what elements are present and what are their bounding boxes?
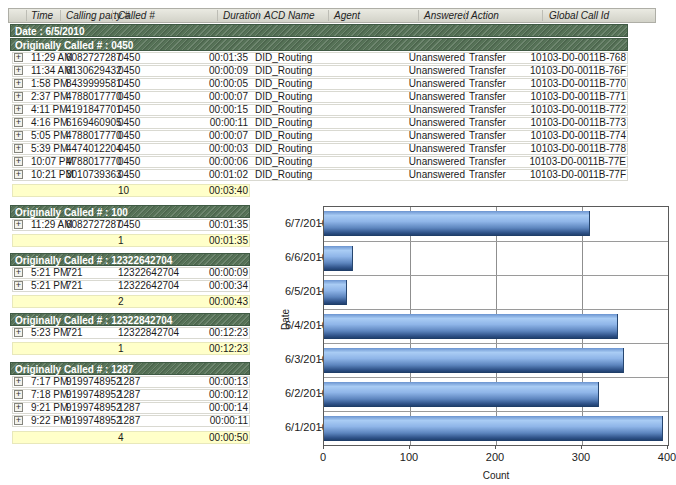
group-band: Originally Called # : 12322642704 — [10, 253, 250, 266]
chart-bar — [324, 246, 353, 271]
cell-time: 5:23 PM — [31, 328, 68, 338]
cell-answered: Unanswered — [398, 118, 465, 128]
cell-action: Transfer — [469, 66, 506, 76]
cell-action: Transfer — [469, 79, 506, 89]
cell-action: Transfer — [469, 53, 506, 63]
expand-icon[interactable]: + — [14, 66, 23, 75]
cell-time: 4:11 PM — [31, 105, 68, 115]
cell-calling-party: 9199748952 — [66, 416, 122, 426]
expand-icon[interactable]: + — [14, 416, 23, 425]
cell-duration: 00:00:03 — [173, 144, 248, 154]
cell-called: 0450 — [118, 53, 140, 63]
cell-answered: Unanswered — [398, 79, 465, 89]
expand-icon[interactable]: + — [14, 170, 23, 179]
cell-calling-party: 6130629432 — [66, 66, 122, 76]
expand-icon[interactable]: + — [14, 328, 23, 337]
x-axis-tick-label: 400 — [658, 451, 676, 463]
cell-called: 0450 — [118, 92, 140, 102]
cell-called: 1287 — [118, 403, 140, 413]
expand-icon[interactable]: + — [14, 157, 23, 166]
expand-icon[interactable]: + — [14, 377, 23, 386]
expand-icon[interactable]: + — [14, 53, 23, 62]
cell-duration: 00:00:12 — [173, 390, 248, 400]
cell-duration: 00:00:14 — [173, 403, 248, 413]
expand-icon[interactable]: + — [14, 131, 23, 140]
summary-count: 1 — [118, 236, 124, 246]
table-row: + 10:07 PM 4788017770 0450 00:00:06 DID_… — [12, 156, 628, 168]
cell-time: 2:37 PM — [31, 92, 68, 102]
cell-duration: 00:00:06 — [173, 157, 248, 167]
expand-icon[interactable]: + — [14, 105, 23, 114]
chart-bar — [324, 416, 663, 441]
y-axis-label: 6/3/2010 — [285, 342, 319, 376]
table-row: + 9:22 PM 9199748952 1287 00:00:11 — [12, 415, 250, 427]
expand-icon[interactable]: + — [14, 220, 23, 229]
cell-action: Transfer — [469, 170, 506, 180]
cell-global-call-id: 10103-D0-0011B-768 — [521, 53, 626, 63]
cell-acd-name: DID_Routing — [255, 131, 312, 141]
cell-called: 0450 — [118, 118, 140, 128]
group-rows: + 7:17 PM 9199748952 1287 00:00:13 + 7:1… — [12, 376, 250, 428]
cell-global-call-id: 10103-D0-0011B-770 — [521, 79, 626, 89]
expand-icon[interactable]: + — [14, 118, 23, 127]
cell-acd-name: DID_Routing — [255, 79, 312, 89]
expand-icon[interactable]: + — [14, 281, 23, 290]
cell-calling-party: 6082727287 — [66, 53, 122, 63]
cell-calling-party: 9199748952 — [66, 390, 122, 400]
cell-acd-name: DID_Routing — [255, 53, 312, 63]
column-header-duration: Duration — [223, 10, 261, 21]
chart-band — [324, 275, 668, 309]
cell-time: 5:39 PM — [31, 144, 68, 154]
cell-duration: 00:12:23 — [173, 328, 248, 338]
cell-duration: 00:01:35 — [173, 220, 248, 230]
cell-called: 1287 — [118, 377, 140, 387]
column-divider — [542, 10, 543, 21]
table-row: + 10:21 PM 3010739363 0450 00:01:02 DID_… — [12, 169, 628, 181]
table-row: + 1:58 PM 8439999581 0450 00:00:05 DID_R… — [12, 78, 628, 90]
cell-duration: 00:00:11 — [173, 118, 248, 128]
table-row: + 9:21 PM 9199748952 1287 00:00:14 — [12, 402, 250, 414]
cell-answered: Unanswered — [398, 105, 465, 115]
cell-acd-name: DID_Routing — [255, 92, 312, 102]
cell-acd-name: DID_Routing — [255, 118, 312, 128]
expand-icon[interactable]: + — [14, 79, 23, 88]
y-axis-label: 6/6/2010 — [285, 240, 319, 274]
cell-calling-party: 6169460905 — [66, 118, 122, 128]
group-band: Originally Called # : 0450 — [10, 38, 628, 51]
expand-icon[interactable]: + — [14, 268, 23, 277]
summary-count: 4 — [118, 433, 124, 443]
summary-total-duration: 00:00:43 — [173, 297, 248, 307]
cell-time: 9:21 PM — [31, 403, 68, 413]
cell-acd-name: DID_Routing — [255, 66, 312, 76]
cell-action: Transfer — [469, 131, 506, 141]
cell-action: Transfer — [469, 144, 506, 154]
summary-total-duration: 00:00:50 — [173, 433, 248, 443]
cell-calling-party: 721 — [66, 268, 83, 278]
cell-duration: 00:00:13 — [173, 377, 248, 387]
expand-icon[interactable]: + — [14, 92, 23, 101]
expand-icon[interactable]: + — [14, 390, 23, 399]
cell-calling-party: 721 — [66, 281, 83, 291]
cell-time: 5:21 PM — [31, 281, 68, 291]
x-axis-tick-label: 0 — [320, 451, 326, 463]
cell-duration: 00:01:02 — [173, 170, 248, 180]
cell-duration: 00:00:05 — [173, 79, 248, 89]
expand-icon[interactable]: + — [14, 144, 23, 153]
column-header-called: Called # — [118, 10, 155, 21]
group-rows: + 11:29 AM 6082727287 0450 00:01:35 — [12, 219, 250, 232]
cell-acd-name: DID_Routing — [255, 157, 312, 167]
expand-icon[interactable]: + — [14, 403, 23, 412]
group-summary-row: 4 00:00:50 — [12, 431, 250, 444]
cell-called: 12322642704 — [118, 268, 179, 278]
cell-duration: 00:00:09 — [173, 66, 248, 76]
summary-total-duration: 00:03:40 — [173, 186, 248, 196]
cell-duration: 00:00:07 — [173, 92, 248, 102]
column-divider — [418, 10, 419, 21]
x-axis-title: Count — [483, 470, 510, 481]
table-row: + 5:21 PM 721 12322642704 00:00:34 — [12, 280, 250, 292]
chart-bar — [324, 211, 590, 236]
column-header-answered: Answered — [424, 10, 468, 21]
column-divider — [26, 10, 27, 21]
cell-global-call-id: 10103-D0-0011B-77F — [521, 170, 626, 180]
cell-time: 1:58 PM — [31, 79, 68, 89]
